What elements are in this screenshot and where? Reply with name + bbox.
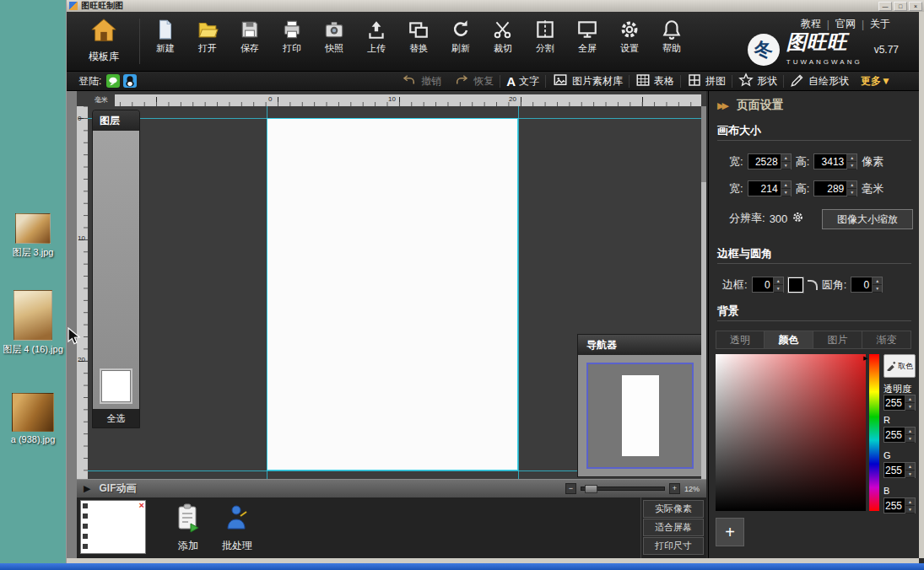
template-library-button[interactable]: 模板库 (73, 16, 134, 68)
image-library-button[interactable]: 图片素材库 (546, 73, 629, 90)
messenger-login-icon[interactable] (106, 74, 120, 88)
select-all-button[interactable]: 全选 (93, 409, 139, 428)
text-tool-button[interactable]: A 文字 (500, 74, 545, 89)
width-mm-input[interactable]: 214 ▲▼ (748, 180, 792, 196)
spin-down-icon[interactable]: ▼ (905, 403, 915, 411)
shape-tool-button[interactable]: 形状 (732, 73, 783, 90)
opacity-input[interactable]: 255 ▲▼ (883, 395, 916, 411)
replace-button[interactable]: 替换 (397, 19, 440, 55)
spin-down-icon[interactable]: ▼ (781, 162, 791, 169)
open-button[interactable]: 打开 (186, 19, 229, 55)
spin-up-icon[interactable]: ▲ (905, 428, 915, 435)
width-px-input[interactable]: 2528 ▲▼ (748, 153, 792, 169)
spin-down-icon[interactable]: ▼ (847, 162, 856, 169)
desktop-file-2[interactable]: 图层 4 (16).jpg (0, 290, 66, 356)
spin-down-icon[interactable]: ▼ (873, 285, 882, 293)
height-px-input[interactable]: 3413 ▲▼ (813, 153, 857, 169)
crop-button[interactable]: 裁切 (482, 19, 524, 55)
redo-button[interactable]: 恢复 (447, 73, 500, 90)
spin-down-icon[interactable]: ▼ (847, 189, 856, 196)
fit-screen-button[interactable]: 适合屏幕 (643, 519, 704, 536)
undo-button[interactable]: 撤销 (395, 73, 447, 90)
spin-up-icon[interactable]: ▲ (905, 498, 915, 506)
spin-up-icon[interactable]: ▲ (781, 154, 791, 162)
zoom-slider[interactable] (581, 487, 665, 491)
print-button[interactable]: 打印 (271, 19, 313, 55)
navigator-title[interactable]: 导航器 (578, 335, 702, 355)
spin-up-icon[interactable]: ▲ (774, 277, 783, 285)
color-saturation-picker[interactable] (716, 354, 866, 511)
red-input[interactable]: 255 ▲▼ (883, 427, 916, 443)
tab-transparent[interactable]: 透明 (716, 331, 765, 349)
desktop-file-1[interactable]: 图层 3.jpg (0, 213, 66, 259)
refresh-icon (440, 19, 482, 40)
official-site-link[interactable]: 官网 (835, 17, 856, 31)
corner-radius-input[interactable]: 0 ▲▼ (851, 277, 883, 293)
spin-down-icon[interactable]: ▼ (905, 471, 915, 478)
tab-gradient[interactable]: 渐变 (862, 331, 911, 349)
frame-thumbnail[interactable]: × (80, 500, 146, 554)
desktop-file-3[interactable]: a (938).jpg (0, 393, 66, 444)
upload-button[interactable]: 上传 (355, 19, 397, 55)
save-button[interactable]: 保存 (229, 19, 271, 55)
actual-pixels-button[interactable]: 实际像素 (643, 500, 704, 518)
zoom-in-button[interactable]: + (669, 483, 680, 494)
hue-slider[interactable] (869, 354, 879, 511)
split-button[interactable]: 分割 (524, 19, 566, 55)
canvas-vertical-scrollbar[interactable] (701, 106, 706, 479)
more-button[interactable]: 更多▼ (855, 74, 897, 89)
spin-up-icon[interactable]: ▲ (847, 154, 856, 162)
delete-frame-icon[interactable]: × (139, 500, 144, 510)
table-tool-button[interactable]: 表格 (630, 73, 680, 90)
spin-down-icon[interactable]: ▼ (774, 285, 783, 293)
scrollbar-thumb[interactable] (701, 106, 706, 182)
collage-button[interactable]: 拼图 (681, 73, 732, 90)
snapshot-button[interactable]: 快照 (313, 19, 355, 55)
tab-image[interactable]: 图片 (813, 331, 862, 349)
green-input[interactable]: 255 ▲▼ (883, 462, 916, 478)
border-width-input[interactable]: 0 ▲▼ (752, 277, 784, 293)
minimize-button[interactable]: — (878, 2, 892, 11)
add-color-button[interactable]: + (716, 518, 744, 546)
navigator-viewport[interactable] (586, 363, 694, 469)
custom-shape-button[interactable]: 自绘形状 (784, 73, 855, 90)
layer-thumbnail[interactable] (101, 370, 131, 402)
panel-collapse-icon[interactable]: ▶▶ (717, 100, 727, 110)
play-icon[interactable]: ▶ (84, 483, 90, 494)
spin-up-icon[interactable]: ▲ (847, 181, 856, 189)
tutorial-link[interactable]: 教程 (801, 17, 821, 31)
zoom-slider-handle[interactable] (585, 485, 597, 493)
dpi-gear-icon[interactable] (792, 211, 804, 226)
maximize-button[interactable]: □ (894, 2, 907, 11)
add-frame-button[interactable]: 添加 (166, 503, 210, 553)
eyedropper-button[interactable]: 取色 (883, 354, 916, 378)
titlebar[interactable]: 图旺旺制图 — □ × (67, 0, 924, 12)
fullscreen-button[interactable]: 全屏 (566, 19, 608, 55)
tab-color[interactable]: 颜色 (765, 331, 813, 349)
border-color-swatch[interactable] (788, 277, 803, 293)
spin-up-icon[interactable]: ▲ (905, 463, 915, 471)
spin-down-icon[interactable]: ▼ (905, 506, 915, 514)
qq-login-icon[interactable] (123, 74, 137, 88)
spin-up-icon[interactable]: ▲ (781, 181, 791, 189)
height-mm-input[interactable]: 289 ▲▼ (813, 180, 857, 196)
batch-process-button[interactable]: 批处理 (215, 503, 259, 553)
help-button[interactable]: 帮助 (651, 19, 693, 55)
settings-button[interactable]: 设置 (608, 19, 651, 55)
new-button[interactable]: 新建 (144, 19, 186, 55)
about-link[interactable]: 关于 (870, 17, 890, 31)
refresh-button[interactable]: 刷新 (440, 19, 482, 55)
print-size-button[interactable]: 打印尺寸 (643, 537, 704, 555)
spin-up-icon[interactable]: ▲ (905, 395, 915, 403)
zoom-out-button[interactable]: − (565, 483, 576, 494)
blue-input[interactable]: 255 ▲▼ (883, 497, 916, 514)
canvas-page[interactable] (267, 118, 518, 471)
layers-panel-title[interactable]: 图层 (93, 110, 139, 131)
spin-down-icon[interactable]: ▼ (781, 189, 791, 196)
taskbar[interactable] (0, 563, 924, 570)
spin-down-icon[interactable]: ▼ (905, 435, 915, 443)
close-button[interactable]: × (909, 2, 922, 11)
image-scale-button[interactable]: 图像大小缩放 (822, 209, 913, 229)
spin-up-icon[interactable]: ▲ (873, 277, 882, 285)
dpi-value[interactable]: 300 (770, 212, 788, 225)
